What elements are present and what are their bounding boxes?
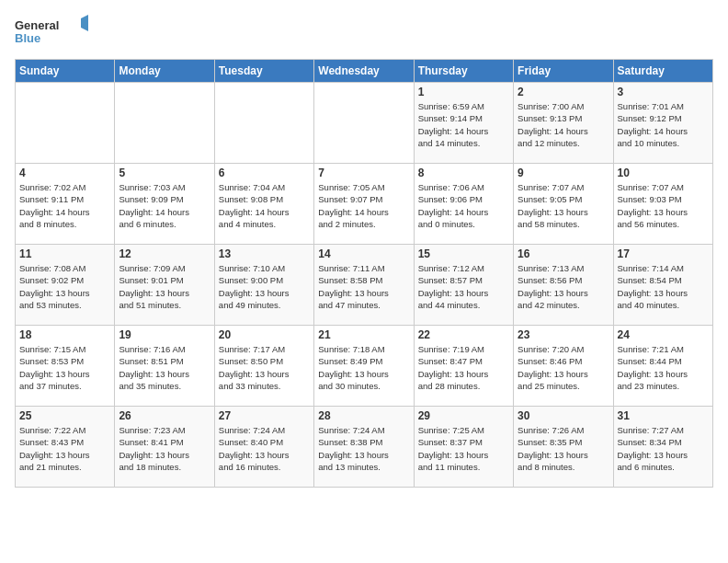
day-number: 29 (418, 409, 509, 422)
day-number: 14 (318, 247, 409, 260)
day-info: Sunrise: 7:21 AM Sunset: 8:44 PM Dayligh… (618, 343, 709, 392)
svg-marker-2 (81, 15, 88, 31)
page-header: General Blue (15, 15, 713, 48)
calendar-table: SundayMondayTuesdayWednesdayThursdayFrid… (15, 59, 713, 488)
day-number: 4 (19, 167, 110, 179)
day-number: 20 (219, 328, 310, 341)
day-info: Sunrise: 7:24 AM Sunset: 8:38 PM Dayligh… (318, 424, 409, 473)
calendar-cell: 31Sunrise: 7:27 AM Sunset: 8:34 PM Dayli… (613, 407, 712, 488)
day-info: Sunrise: 7:26 AM Sunset: 8:35 PM Dayligh… (518, 424, 609, 473)
calendar-cell: 16Sunrise: 7:13 AM Sunset: 8:56 PM Dayli… (514, 245, 613, 326)
day-number: 23 (518, 328, 609, 341)
day-info: Sunrise: 7:05 AM Sunset: 9:07 PM Dayligh… (318, 181, 409, 230)
day-info: Sunrise: 7:08 AM Sunset: 9:02 PM Dayligh… (19, 262, 110, 311)
weekday-header-monday: Monday (115, 60, 214, 83)
day-number: 17 (618, 247, 709, 260)
weekday-header-sunday: Sunday (16, 60, 115, 83)
weekday-header-thursday: Thursday (414, 60, 513, 83)
day-info: Sunrise: 7:27 AM Sunset: 8:34 PM Dayligh… (618, 424, 709, 473)
day-info: Sunrise: 7:19 AM Sunset: 8:47 PM Dayligh… (418, 343, 509, 392)
day-number: 7 (318, 167, 409, 179)
day-info: Sunrise: 7:12 AM Sunset: 8:57 PM Dayligh… (418, 262, 509, 311)
day-info: Sunrise: 7:00 AM Sunset: 9:13 PM Dayligh… (518, 100, 609, 149)
calendar-cell: 24Sunrise: 7:21 AM Sunset: 8:44 PM Dayli… (613, 326, 712, 407)
calendar-cell: 28Sunrise: 7:24 AM Sunset: 8:38 PM Dayli… (314, 407, 414, 488)
calendar-cell: 30Sunrise: 7:26 AM Sunset: 8:35 PM Dayli… (514, 407, 613, 488)
calendar-cell: 2Sunrise: 7:00 AM Sunset: 9:13 PM Daylig… (514, 83, 613, 164)
day-info: Sunrise: 7:24 AM Sunset: 8:40 PM Dayligh… (219, 424, 310, 473)
day-number: 26 (119, 409, 210, 422)
day-number: 8 (418, 167, 509, 179)
calendar-cell: 7Sunrise: 7:05 AM Sunset: 9:07 PM Daylig… (314, 164, 414, 245)
calendar-cell: 18Sunrise: 7:15 AM Sunset: 8:53 PM Dayli… (16, 326, 115, 407)
calendar-week-4: 18Sunrise: 7:15 AM Sunset: 8:53 PM Dayli… (16, 326, 713, 407)
day-number: 2 (518, 86, 609, 98)
calendar-cell: 26Sunrise: 7:23 AM Sunset: 8:41 PM Dayli… (115, 407, 214, 488)
logo-svg: General Blue (15, 15, 88, 48)
calendar-cell: 3Sunrise: 7:01 AM Sunset: 9:12 PM Daylig… (613, 83, 712, 164)
day-number: 16 (518, 247, 609, 260)
day-info: Sunrise: 7:10 AM Sunset: 9:00 PM Dayligh… (219, 262, 310, 311)
day-number: 28 (318, 409, 409, 422)
calendar-cell (314, 83, 414, 164)
calendar-cell: 27Sunrise: 7:24 AM Sunset: 8:40 PM Dayli… (214, 407, 313, 488)
calendar-cell: 25Sunrise: 7:22 AM Sunset: 8:43 PM Dayli… (16, 407, 115, 488)
day-number: 1 (418, 86, 509, 98)
calendar-cell: 12Sunrise: 7:09 AM Sunset: 9:01 PM Dayli… (115, 245, 214, 326)
weekday-header-tuesday: Tuesday (214, 60, 313, 83)
day-number: 25 (19, 409, 110, 422)
day-info: Sunrise: 7:13 AM Sunset: 8:56 PM Dayligh… (518, 262, 609, 311)
day-number: 27 (219, 409, 310, 422)
day-info: Sunrise: 7:18 AM Sunset: 8:49 PM Dayligh… (318, 343, 409, 392)
calendar-cell: 8Sunrise: 7:06 AM Sunset: 9:06 PM Daylig… (414, 164, 513, 245)
day-number: 21 (318, 328, 409, 341)
day-info: Sunrise: 7:03 AM Sunset: 9:09 PM Dayligh… (119, 181, 210, 230)
calendar-cell: 21Sunrise: 7:18 AM Sunset: 8:49 PM Dayli… (314, 326, 414, 407)
calendar-cell: 9Sunrise: 7:07 AM Sunset: 9:05 PM Daylig… (514, 164, 613, 245)
day-info: Sunrise: 7:16 AM Sunset: 8:51 PM Dayligh… (119, 343, 210, 392)
calendar-cell (16, 83, 115, 164)
day-number: 6 (219, 167, 310, 179)
day-number: 30 (518, 409, 609, 422)
calendar-cell: 11Sunrise: 7:08 AM Sunset: 9:02 PM Dayli… (16, 245, 115, 326)
day-number: 10 (618, 167, 709, 179)
day-info: Sunrise: 7:14 AM Sunset: 8:54 PM Dayligh… (618, 262, 709, 311)
day-number: 3 (618, 86, 709, 98)
day-info: Sunrise: 7:15 AM Sunset: 8:53 PM Dayligh… (19, 343, 110, 392)
calendar-cell (115, 83, 214, 164)
logo: General Blue (15, 15, 88, 48)
calendar-cell: 22Sunrise: 7:19 AM Sunset: 8:47 PM Dayli… (414, 326, 513, 407)
svg-text:Blue: Blue (15, 31, 40, 45)
calendar-cell: 6Sunrise: 7:04 AM Sunset: 9:08 PM Daylig… (214, 164, 313, 245)
calendar-cell: 4Sunrise: 7:02 AM Sunset: 9:11 PM Daylig… (16, 164, 115, 245)
day-number: 9 (518, 167, 609, 179)
calendar-cell: 20Sunrise: 7:17 AM Sunset: 8:50 PM Dayli… (214, 326, 313, 407)
calendar-cell: 10Sunrise: 7:07 AM Sunset: 9:03 PM Dayli… (613, 164, 712, 245)
calendar-cell: 5Sunrise: 7:03 AM Sunset: 9:09 PM Daylig… (115, 164, 214, 245)
calendar-week-5: 25Sunrise: 7:22 AM Sunset: 8:43 PM Dayli… (16, 407, 713, 488)
weekday-header-wednesday: Wednesday (314, 60, 414, 83)
day-number: 5 (119, 167, 210, 179)
day-info: Sunrise: 7:22 AM Sunset: 8:43 PM Dayligh… (19, 424, 110, 473)
day-info: Sunrise: 7:04 AM Sunset: 9:08 PM Dayligh… (219, 181, 310, 230)
day-info: Sunrise: 7:23 AM Sunset: 8:41 PM Dayligh… (119, 424, 210, 473)
day-number: 19 (119, 328, 210, 341)
day-info: Sunrise: 7:06 AM Sunset: 9:06 PM Dayligh… (418, 181, 509, 230)
day-info: Sunrise: 7:07 AM Sunset: 9:05 PM Dayligh… (518, 181, 609, 230)
day-number: 22 (418, 328, 509, 341)
day-number: 13 (219, 247, 310, 260)
day-number: 12 (119, 247, 210, 260)
day-number: 11 (19, 247, 110, 260)
day-info: Sunrise: 7:02 AM Sunset: 9:11 PM Dayligh… (19, 181, 110, 230)
svg-text:General: General (15, 18, 59, 32)
day-info: Sunrise: 7:17 AM Sunset: 8:50 PM Dayligh… (219, 343, 310, 392)
day-number: 18 (19, 328, 110, 341)
calendar-cell: 17Sunrise: 7:14 AM Sunset: 8:54 PM Dayli… (613, 245, 712, 326)
day-number: 24 (618, 328, 709, 341)
calendar-week-1: 1Sunrise: 6:59 AM Sunset: 9:14 PM Daylig… (16, 83, 713, 164)
calendar-cell (214, 83, 313, 164)
calendar-cell: 23Sunrise: 7:20 AM Sunset: 8:46 PM Dayli… (514, 326, 613, 407)
calendar-week-3: 11Sunrise: 7:08 AM Sunset: 9:02 PM Dayli… (16, 245, 713, 326)
calendar-cell: 15Sunrise: 7:12 AM Sunset: 8:57 PM Dayli… (414, 245, 513, 326)
calendar-week-2: 4Sunrise: 7:02 AM Sunset: 9:11 PM Daylig… (16, 164, 713, 245)
